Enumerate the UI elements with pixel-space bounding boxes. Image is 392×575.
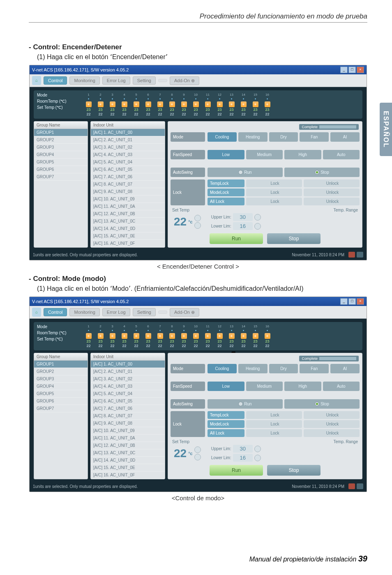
max-button[interactable]: □ (348, 298, 356, 305)
unit-3[interactable]: 3•✳2322 (107, 93, 118, 116)
tab-errorlog[interactable]: Error Log (102, 76, 130, 85)
lock-off[interactable]: Unlock (304, 198, 360, 205)
unit-15[interactable]: 15•✳2322 (250, 93, 261, 116)
indoor-item[interactable]: [A/C] 8. AC_UNIT_07 (91, 181, 165, 188)
tab-errorlog[interactable]: Error Log (102, 308, 130, 316)
indoor-item[interactable]: [A/C] 12. AC_UNIT_0B (91, 210, 165, 218)
indoor-item[interactable]: [A/C] 13. AC_UNIT_0C (91, 218, 165, 225)
unit-13[interactable]: 13•✳2322 (226, 93, 237, 116)
indoor-item[interactable]: [A/C] 11. AC_UNIT_0A (91, 203, 165, 210)
indoor-item[interactable]: [A/C] 5. AC_UNIT_04 (91, 159, 165, 166)
mode-opt[interactable]: Fan (300, 132, 329, 142)
lock-off[interactable]: Unlock (304, 411, 360, 419)
lock-on[interactable]: Lock (246, 179, 302, 187)
unit-13[interactable]: 13•✳2322 (226, 324, 237, 348)
max-button[interactable]: □ (348, 67, 356, 73)
indoor-item[interactable]: [A/C] 12. AC_UNIT_0B (91, 442, 165, 449)
group-item[interactable]: GROUP2 (34, 368, 88, 375)
fan-opt[interactable]: Auto (323, 382, 360, 391)
mode-opt[interactable]: Heating (238, 132, 267, 142)
group-item[interactable]: GROUP7 (34, 405, 88, 412)
lower-step[interactable] (254, 223, 261, 230)
group-item[interactable]: GROUP7 (34, 173, 88, 181)
unit-5[interactable]: 5•✳2322 (131, 324, 141, 348)
close-button[interactable]: × (357, 298, 364, 305)
lock-off[interactable]: Unlock (304, 429, 360, 437)
temp-up[interactable] (194, 215, 201, 221)
unit-10[interactable]: 10•✳2322 (191, 93, 201, 116)
fan-opt[interactable]: Auto (323, 150, 360, 159)
tab-setting[interactable]: Setting (133, 76, 156, 85)
unit-8[interactable]: 8•✳2322 (167, 324, 177, 348)
group-item[interactable]: GROUP2 (34, 136, 88, 144)
tab-addon[interactable]: Add-On ⊕ (170, 308, 199, 317)
indoor-item[interactable]: [A/C] 4. AC_UNIT_03 (91, 383, 165, 390)
lock-off[interactable]: Unlock (304, 420, 360, 428)
mode-opt[interactable]: Fan (300, 364, 329, 373)
unit-9[interactable]: 9•✳2322 (179, 93, 189, 116)
lock-off[interactable]: Unlock (304, 189, 360, 196)
fan-opt[interactable]: High (284, 150, 321, 159)
indoor-item[interactable]: [A/C] 6. AC_UNIT_05 (91, 398, 165, 405)
indoor-item[interactable]: [A/C] 13. AC_UNIT_0C (91, 449, 165, 457)
indoor-item[interactable]: [A/C] 4. AC_UNIT_03 (91, 151, 165, 159)
group-item[interactable]: GROUP6 (34, 398, 88, 405)
mode-opt[interactable]: AI (330, 364, 360, 373)
upper-step[interactable] (254, 214, 261, 221)
lower-step[interactable] (254, 455, 261, 461)
tab-monitoring[interactable]: Monitoring (69, 76, 99, 85)
unit-2[interactable]: 2•✳2322 (95, 324, 106, 348)
mode-opt[interactable]: AI (330, 132, 360, 142)
stop-button[interactable]: Stop (267, 465, 321, 476)
indoor-item[interactable]: [A/C] 7. AC_UNIT_06 (91, 405, 165, 412)
indoor-item[interactable]: [A/C] 5. AC_UNIT_04 (91, 390, 165, 398)
home-icon[interactable]: ⌂ (32, 308, 41, 317)
unit-6[interactable]: 6•✳2322 (143, 93, 153, 116)
mode-opt[interactable]: Dry (269, 364, 298, 373)
unit-11[interactable]: 11•✳2322 (203, 93, 213, 116)
temp-up[interactable] (194, 446, 201, 453)
lock-off[interactable]: Unlock (304, 179, 360, 187)
indoor-item[interactable]: [A/C] 10. AC_UNIT_09 (91, 196, 165, 203)
unit-9[interactable]: 9•✳2322 (179, 324, 189, 348)
mode-opt[interactable]: Heating (238, 364, 267, 373)
unit-12[interactable]: 12•✳2322 (214, 324, 225, 348)
tab-control[interactable]: Control (44, 76, 67, 85)
indoor-item[interactable]: [A/C] 14. AC_UNIT_0D (91, 457, 165, 464)
tab-addon[interactable]: Add-On ⊕ (170, 76, 199, 85)
indoor-item[interactable]: [A/C] 1. AC_UNIT_00 (91, 361, 165, 368)
unit-2[interactable]: 2•✳2322 (95, 93, 106, 116)
indoor-item[interactable]: [A/C] 9. AC_UNIT_08 (91, 420, 165, 427)
home-icon[interactable]: ⌂ (32, 76, 41, 85)
upper-step[interactable] (254, 446, 261, 452)
unit-15[interactable]: 15•✳2322 (250, 324, 261, 348)
indoor-item[interactable]: [A/C] 9. AC_UNIT_08 (91, 188, 165, 196)
indoor-item[interactable]: [A/C] 15. AC_UNIT_0E (91, 232, 165, 240)
unit-16[interactable]: 16•✳2322 (262, 324, 272, 348)
indoor-item[interactable]: [A/C] 2. AC_UNIT_01 (91, 136, 165, 144)
unit-3[interactable]: 3•✳2322 (107, 324, 118, 348)
unit-5[interactable]: 5•✳2322 (131, 93, 141, 116)
group-item[interactable]: GROUP5 (34, 159, 88, 166)
unit-16[interactable]: 16•✳2322 (262, 93, 272, 116)
unit-1[interactable]: 1•✳2322 (83, 324, 94, 348)
indoor-item[interactable]: [A/C] 2. AC_UNIT_01 (91, 368, 165, 375)
unit-10[interactable]: 10•✳2322 (191, 324, 201, 348)
stop-button[interactable]: Stop (267, 233, 321, 244)
group-item[interactable]: GROUP6 (34, 166, 88, 173)
swing-stop[interactable]: Stop (284, 168, 360, 177)
lock-on[interactable]: Lock (246, 420, 302, 428)
swing-run[interactable]: Run (208, 168, 283, 177)
swing-run[interactable]: Run (208, 399, 283, 409)
indoor-item[interactable]: [A/C] 1. AC_UNIT_00 (91, 129, 165, 136)
group-item[interactable]: GROUP1 (34, 361, 88, 368)
fan-opt[interactable]: High (284, 382, 321, 391)
unit-14[interactable]: 14•✳2322 (238, 324, 249, 348)
swing-stop[interactable]: Stop (284, 399, 360, 409)
unit-7[interactable]: 7•✳2322 (155, 93, 165, 116)
fan-opt[interactable]: Low (208, 382, 244, 391)
indoor-item[interactable]: [A/C] 7. AC_UNIT_06 (91, 173, 165, 181)
unit-14[interactable]: 14•✳2322 (238, 93, 249, 116)
tab-control[interactable]: Control (44, 308, 67, 316)
group-item[interactable]: GROUP5 (34, 390, 88, 398)
